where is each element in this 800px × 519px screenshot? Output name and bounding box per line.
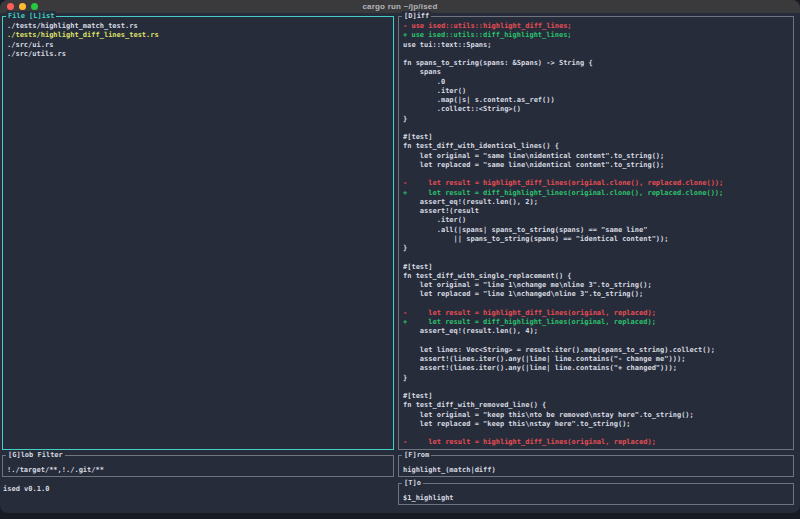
diff-line: assert_eq!(result.len(), 4); (403, 327, 792, 336)
diff-line (403, 300, 792, 309)
diff-panel: [D]iff - use ised::utils::highlight_diff… (398, 16, 794, 450)
glob-filter-panel: [G]lob Filter !./target/**,!./.git/** (2, 455, 394, 477)
diff-line (403, 170, 792, 179)
diff-line: assert_eq!(result.len(), 2); (403, 198, 792, 207)
diff-line: - let result = highlight_diff_lines(orig… (403, 179, 792, 188)
diff-line: let original = "keep this\nto be removed… (403, 411, 792, 420)
diff-line: assert!(lines.iter().any(|line| line.con… (403, 355, 792, 364)
diff-line (403, 337, 792, 346)
diff-line: #[test] (403, 263, 792, 272)
window-controls (7, 3, 38, 10)
diff-line: #[test] (403, 133, 792, 142)
diff-line: fn test_diff_with_identical_lines() { (403, 142, 792, 151)
file-list-panel-title: File [L]ist (6, 11, 56, 21)
diff-line (403, 253, 792, 262)
from-pattern-panel: [F]rom highlight_(match|diff) (398, 455, 794, 477)
to-pattern-panel-title: [T]o (402, 478, 423, 488)
diff-line: - let result = highlight_diff_lines(orig… (403, 309, 792, 318)
file-list-panel: File [L]ist ./tests/highlight_match_test… (2, 16, 394, 450)
from-pattern-panel-title: [F]rom (402, 450, 431, 460)
diff-line: + let result = diff_highlight_lines(orig… (403, 189, 792, 198)
diff-line: + let result = diff_highlight_lines(orig… (403, 318, 792, 327)
diff-line: #[test] (403, 392, 792, 401)
window-title: cargo run ~/jp/ised (362, 2, 437, 11)
close-window-button[interactable] (7, 3, 14, 10)
to-pattern-panel: [T]o $1_highlight (398, 483, 794, 505)
file-list-item[interactable]: ./src/ui.rs (7, 41, 392, 50)
terminal-window: cargo run ~/jp/ised File [L]ist ./tests/… (0, 0, 800, 513)
diff-line: fn spans_to_string(spans: &Spans) -> Str… (403, 59, 792, 68)
diff-line: .all(|spans| spans_to_string(spans) == "… (403, 226, 792, 235)
diff-line (403, 383, 792, 392)
diff-line: .collect::<String>() (403, 105, 792, 114)
diff-line: .map(|s| s.content.as_ref()) (403, 96, 792, 105)
diff-line: .iter() (403, 216, 792, 225)
diff-line: fn test_diff_with_single_replacement() { (403, 272, 792, 281)
diff-line: } (403, 374, 792, 383)
file-list-item[interactable]: ./tests/highlight_diff_lines_test.rs (7, 31, 392, 40)
to-pattern-input[interactable]: $1_highlight (403, 494, 791, 503)
diff-line: fn test_diff_with_removed_line() { (403, 401, 792, 410)
diff-line: assert!(lines.iter().any(|line| line.con… (403, 364, 792, 373)
diff-line: assert!(result (403, 207, 792, 216)
file-list: ./tests/highlight_match_test.rs./tests/h… (7, 22, 392, 59)
diff-line: .iter() (403, 87, 792, 96)
window-titlebar: cargo run ~/jp/ised (0, 0, 800, 13)
diff-line (403, 124, 792, 133)
diff-line: let original = "same line\nidentical con… (403, 152, 792, 161)
diff-line: .0 (403, 78, 792, 87)
diff-panel-title: [D]iff (402, 11, 431, 21)
status-version: ised v0.1.0 (3, 485, 49, 494)
diff-line: let replaced = "line 1\nchanged\nline 3"… (403, 290, 792, 299)
diff-line: let original = "line 1\nchange me\nline … (403, 281, 792, 290)
diff-line: let replaced = "keep this\nstay here".to… (403, 420, 792, 429)
terminal-content: File [L]ist ./tests/highlight_match_test… (0, 13, 800, 513)
diff-line: let lines: Vec<String> = result.iter().m… (403, 346, 792, 355)
maximize-window-button[interactable] (31, 3, 38, 10)
diff-line: } (403, 115, 792, 124)
diff-line (403, 429, 792, 438)
minimize-window-button[interactable] (19, 3, 26, 10)
diff-content: - use ised::utils::highlight_diff_lines;… (403, 22, 792, 448)
glob-filter-input[interactable]: !./target/**,!./.git/** (7, 466, 391, 475)
diff-line (403, 50, 792, 59)
diff-line: let replaced = "same line\nidentical con… (403, 161, 792, 170)
diff-line: + use ised::utils::diff_highlight_lines; (403, 31, 792, 40)
from-pattern-input[interactable]: highlight_(match|diff) (403, 466, 791, 475)
diff-line: use tui::text::Spans; (403, 41, 792, 50)
diff-line: - let result = highlight_diff_lines(orig… (403, 438, 792, 447)
file-list-item[interactable]: ./src/utils.rs (7, 50, 392, 59)
glob-filter-panel-title: [G]lob Filter (6, 450, 65, 460)
diff-line: spans (403, 68, 792, 77)
diff-line: - use ised::utils::highlight_diff_lines; (403, 22, 792, 31)
diff-line: } (403, 244, 792, 253)
file-list-item[interactable]: ./tests/highlight_match_test.rs (7, 22, 392, 31)
diff-line: || spans_to_string(spans) == "identical … (403, 235, 792, 244)
